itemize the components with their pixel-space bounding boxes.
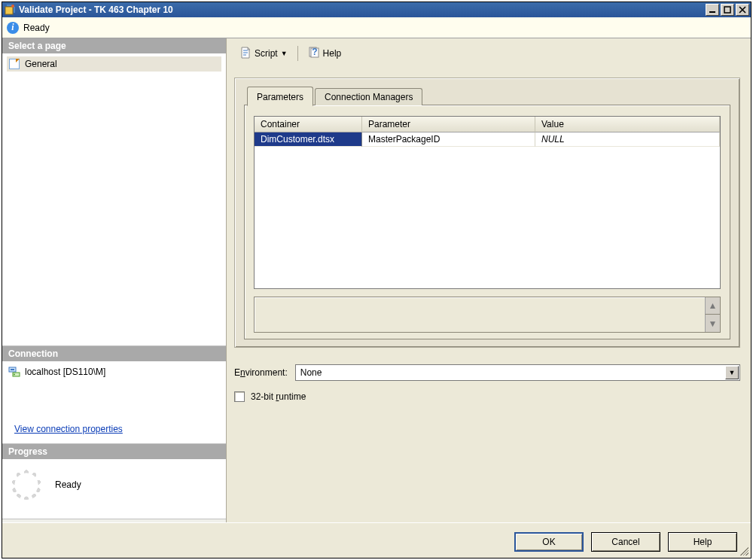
view-connection-properties-link[interactable]: View connection properties xyxy=(7,418,221,440)
environment-value: None xyxy=(300,367,322,378)
grid-header: Container Parameter Value xyxy=(255,117,720,132)
svg-point-1 xyxy=(11,5,14,8)
info-icon: i xyxy=(7,22,19,34)
toolbar-separator xyxy=(297,46,298,61)
help-button-footer[interactable]: Help xyxy=(668,532,737,552)
maximize-button[interactable] xyxy=(721,4,734,16)
help-button[interactable]: ? Help xyxy=(303,44,347,64)
script-label: Script xyxy=(255,48,278,59)
resize-grip[interactable] xyxy=(738,545,748,555)
cell-container: DimCustomer.dtsx xyxy=(255,132,362,147)
page-icon xyxy=(8,58,20,70)
connection-header: Connection xyxy=(2,346,226,361)
svg-rect-2 xyxy=(709,11,715,13)
sidebar: Select a page General Connection localho… xyxy=(2,38,227,522)
main-panel: Script ▼ ? Help Parameters Connection Ma… xyxy=(227,38,751,522)
tab-body: Container Parameter Value DimCustomer.dt… xyxy=(244,105,730,339)
sidebar-item-label: General xyxy=(25,59,57,69)
scroll-down-button[interactable]: ▼ xyxy=(705,315,720,332)
ok-button[interactable]: OK xyxy=(514,532,584,552)
window-buttons xyxy=(704,4,749,16)
chevron-down-icon: ▼ xyxy=(281,50,288,57)
grid-row[interactable]: DimCustomer.dtsx MasterPackageID NULL xyxy=(255,132,720,147)
chevron-down-icon: ▼ xyxy=(725,366,739,379)
column-parameter[interactable]: Parameter xyxy=(362,117,535,132)
tabs-group: Parameters Connection Managers Container… xyxy=(234,78,740,348)
sidebar-item-general[interactable]: General xyxy=(7,56,221,72)
close-button[interactable] xyxy=(736,4,749,16)
body: Select a page General Connection localho… xyxy=(2,38,751,522)
runtime-label: 32-bit runtime xyxy=(251,391,306,402)
help-label: Help xyxy=(323,48,342,59)
environment-row: Environment: None ▼ xyxy=(234,364,740,381)
log-box: ▲ ▼ xyxy=(254,297,721,333)
page-list: General xyxy=(2,53,226,346)
progress-section: Ready xyxy=(2,459,226,519)
environment-select[interactable]: None ▼ xyxy=(295,364,740,381)
svg-point-7 xyxy=(14,374,15,376)
dialog-window: Validate Project - TK 463 Chapter 10 i R… xyxy=(2,2,751,558)
parameters-grid[interactable]: Container Parameter Value DimCustomer.dt… xyxy=(254,116,721,289)
script-icon xyxy=(239,47,252,61)
footer: OK Cancel Help xyxy=(2,522,751,558)
cell-value: NULL xyxy=(535,132,720,147)
status-bar: i Ready xyxy=(2,17,751,38)
minimize-button[interactable] xyxy=(706,4,719,16)
app-icon xyxy=(4,4,16,16)
svg-rect-3 xyxy=(724,7,730,13)
connection-section: localhost [DS110\M] View connection prop… xyxy=(2,361,226,444)
status-text: Ready xyxy=(23,23,50,33)
cancel-button[interactable]: Cancel xyxy=(591,532,660,552)
connection-item[interactable]: localhost [DS110\M] xyxy=(7,364,221,379)
environment-label: Environment: xyxy=(234,367,288,378)
scroll-up-button[interactable]: ▲ xyxy=(705,297,720,315)
spinner-icon xyxy=(11,470,41,500)
connection-label: localhost [DS110\M] xyxy=(25,367,105,377)
toolbar: Script ▼ ? Help xyxy=(234,43,740,64)
tab-connection-managers[interactable]: Connection Managers xyxy=(315,88,422,105)
tab-parameters[interactable]: Parameters xyxy=(247,87,313,106)
progress-header: Progress xyxy=(2,444,226,459)
runtime-row: 32-bit runtime xyxy=(234,391,740,402)
svg-text:?: ? xyxy=(312,47,317,57)
svg-rect-5 xyxy=(11,369,14,370)
column-container[interactable]: Container xyxy=(255,117,362,132)
column-value[interactable]: Value xyxy=(535,117,720,132)
script-button[interactable]: Script ▼ xyxy=(234,44,293,64)
window-title: Validate Project - TK 463 Chapter 10 xyxy=(19,5,704,15)
server-icon xyxy=(8,366,20,378)
tabs-row: Parameters Connection Managers xyxy=(244,86,730,105)
progress-status: Ready xyxy=(55,479,81,490)
log-content xyxy=(255,297,705,332)
log-scrollbar: ▲ ▼ xyxy=(705,297,720,332)
help-icon: ? xyxy=(308,47,320,61)
svg-rect-0 xyxy=(5,7,13,14)
titlebar: Validate Project - TK 463 Chapter 10 xyxy=(2,2,751,17)
runtime-checkbox[interactable] xyxy=(234,391,245,402)
cell-parameter: MasterPackageID xyxy=(362,132,535,147)
select-page-header: Select a page xyxy=(2,38,226,53)
